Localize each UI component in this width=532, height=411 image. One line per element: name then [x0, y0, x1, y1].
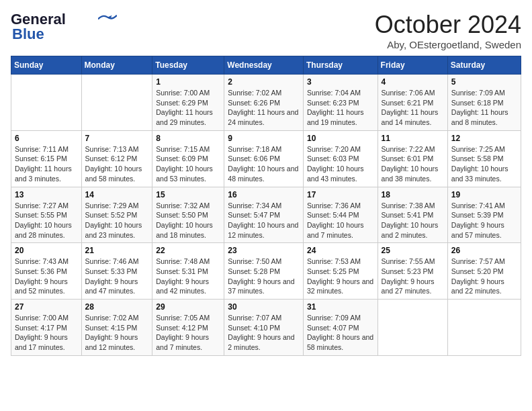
col-header-monday: Monday [81, 56, 152, 75]
day-info: Sunrise: 7:27 AMSunset: 5:55 PMDaylight:… [15, 201, 78, 240]
col-header-wednesday: Wednesday [224, 56, 304, 75]
day-cell: 7Sunrise: 7:13 AMSunset: 6:12 PMDaylight… [81, 130, 152, 187]
day-cell [447, 300, 521, 356]
day-number: 20 [15, 246, 78, 255]
day-number: 4 [382, 77, 444, 87]
day-info: Sunrise: 7:38 AMSunset: 5:41 PMDaylight:… [382, 201, 444, 240]
day-number: 14 [85, 190, 149, 199]
day-info: Sunrise: 7:46 AMSunset: 5:33 PMDaylight:… [85, 257, 149, 296]
day-number: 19 [451, 190, 517, 199]
day-number: 3 [307, 77, 374, 87]
day-number: 30 [228, 302, 300, 312]
day-info: Sunrise: 7:09 AMSunset: 6:18 PMDaylight:… [451, 88, 517, 128]
day-number: 11 [382, 134, 444, 143]
col-header-friday: Friday [378, 56, 447, 75]
day-cell: 30Sunrise: 7:07 AMSunset: 4:10 PMDayligh… [224, 300, 304, 356]
day-number: 16 [228, 190, 300, 199]
day-cell: 18Sunrise: 7:38 AMSunset: 5:41 PMDayligh… [378, 187, 447, 243]
day-info: Sunrise: 7:50 AMSunset: 5:28 PMDaylight:… [228, 257, 300, 296]
day-cell: 14Sunrise: 7:29 AMSunset: 5:52 PMDayligh… [81, 187, 152, 243]
calendar-table: SundayMondayTuesdayWednesdayThursdayFrid… [11, 56, 521, 356]
day-info: Sunrise: 7:06 AMSunset: 6:21 PMDaylight:… [382, 88, 444, 128]
day-info: Sunrise: 7:48 AMSunset: 5:31 PMDaylight:… [156, 257, 220, 296]
day-info: Sunrise: 7:02 AMSunset: 4:15 PMDaylight:… [85, 313, 149, 353]
header-row: SundayMondayTuesdayWednesdayThursdayFrid… [11, 56, 521, 75]
day-cell: 13Sunrise: 7:27 AMSunset: 5:55 PMDayligh… [11, 187, 82, 243]
day-info: Sunrise: 7:53 AMSunset: 5:25 PMDaylight:… [307, 257, 374, 296]
day-info: Sunrise: 7:34 AMSunset: 5:47 PMDaylight:… [228, 201, 300, 240]
day-number: 27 [15, 302, 78, 312]
day-info: Sunrise: 7:11 AMSunset: 6:15 PMDaylight:… [15, 144, 78, 184]
day-number: 5 [451, 77, 517, 87]
day-number: 12 [451, 134, 517, 143]
day-info: Sunrise: 7:41 AMSunset: 5:39 PMDaylight:… [451, 201, 517, 240]
day-cell: 8Sunrise: 7:15 AMSunset: 6:09 PMDaylight… [152, 130, 224, 187]
day-info: Sunrise: 7:25 AMSunset: 5:58 PMDaylight:… [451, 144, 517, 184]
title-area: October 2024 Aby, OEstergoetland, Sweden [375, 11, 521, 50]
day-info: Sunrise: 7:07 AMSunset: 4:10 PMDaylight:… [228, 313, 300, 353]
day-cell: 15Sunrise: 7:32 AMSunset: 5:50 PMDayligh… [152, 187, 224, 243]
day-info: Sunrise: 7:57 AMSunset: 5:20 PMDaylight:… [451, 257, 517, 296]
week-row-2: 6Sunrise: 7:11 AMSunset: 6:15 PMDaylight… [11, 130, 521, 187]
week-row-4: 20Sunrise: 7:43 AMSunset: 5:36 PMDayligh… [11, 243, 521, 300]
day-info: Sunrise: 7:29 AMSunset: 5:52 PMDaylight:… [85, 201, 149, 240]
week-row-1: 1Sunrise: 7:00 AMSunset: 6:29 PMDaylight… [11, 75, 521, 131]
day-cell: 21Sunrise: 7:46 AMSunset: 5:33 PMDayligh… [81, 243, 152, 300]
col-header-saturday: Saturday [447, 56, 521, 75]
day-cell: 27Sunrise: 7:00 AMSunset: 4:17 PMDayligh… [11, 300, 82, 356]
day-info: Sunrise: 7:05 AMSunset: 4:12 PMDaylight:… [156, 313, 220, 353]
day-number: 26 [451, 246, 517, 255]
logo-blue: Blue [12, 26, 44, 43]
day-cell: 10Sunrise: 7:20 AMSunset: 6:03 PMDayligh… [303, 130, 378, 187]
day-number: 8 [156, 134, 220, 143]
day-number: 22 [156, 246, 220, 255]
day-info: Sunrise: 7:09 AMSunset: 4:07 PMDaylight:… [307, 313, 374, 353]
day-cell [11, 75, 82, 131]
day-info: Sunrise: 7:20 AMSunset: 6:03 PMDaylight:… [307, 144, 374, 184]
logo-bird-icon [98, 14, 117, 24]
day-cell [81, 75, 152, 131]
day-info: Sunrise: 7:04 AMSunset: 6:23 PMDaylight:… [307, 88, 374, 128]
calendar-title: October 2024 [375, 11, 521, 39]
day-number: 23 [228, 246, 300, 255]
day-number: 18 [382, 190, 444, 199]
day-info: Sunrise: 7:32 AMSunset: 5:50 PMDaylight:… [156, 201, 220, 240]
day-cell: 6Sunrise: 7:11 AMSunset: 6:15 PMDaylight… [11, 130, 82, 187]
day-cell: 20Sunrise: 7:43 AMSunset: 5:36 PMDayligh… [11, 243, 82, 300]
week-row-3: 13Sunrise: 7:27 AMSunset: 5:55 PMDayligh… [11, 187, 521, 243]
col-header-thursday: Thursday [303, 56, 378, 75]
day-info: Sunrise: 7:55 AMSunset: 5:23 PMDaylight:… [382, 257, 444, 296]
header: General Blue October 2024 Aby, OEstergoe… [11, 11, 521, 50]
day-cell [378, 300, 447, 356]
day-info: Sunrise: 7:43 AMSunset: 5:36 PMDaylight:… [15, 257, 78, 296]
day-number: 28 [85, 302, 149, 312]
day-info: Sunrise: 7:22 AMSunset: 6:01 PMDaylight:… [382, 144, 444, 184]
day-number: 15 [156, 190, 220, 199]
day-number: 29 [156, 302, 220, 312]
day-cell: 17Sunrise: 7:36 AMSunset: 5:44 PMDayligh… [303, 187, 378, 243]
day-info: Sunrise: 7:18 AMSunset: 6:06 PMDaylight:… [228, 144, 300, 184]
day-number: 1 [156, 77, 220, 87]
day-number: 7 [85, 134, 149, 143]
day-cell: 26Sunrise: 7:57 AMSunset: 5:20 PMDayligh… [447, 243, 521, 300]
day-number: 9 [228, 134, 300, 143]
day-number: 24 [307, 246, 374, 255]
day-cell: 23Sunrise: 7:50 AMSunset: 5:28 PMDayligh… [224, 243, 304, 300]
day-cell: 28Sunrise: 7:02 AMSunset: 4:15 PMDayligh… [81, 300, 152, 356]
day-number: 13 [15, 190, 78, 199]
day-cell: 2Sunrise: 7:02 AMSunset: 6:26 PMDaylight… [224, 75, 304, 131]
day-number: 25 [382, 246, 444, 255]
day-info: Sunrise: 7:00 AMSunset: 6:29 PMDaylight:… [156, 88, 220, 128]
day-info: Sunrise: 7:36 AMSunset: 5:44 PMDaylight:… [307, 201, 374, 240]
day-info: Sunrise: 7:13 AMSunset: 6:12 PMDaylight:… [85, 144, 149, 184]
week-row-5: 27Sunrise: 7:00 AMSunset: 4:17 PMDayligh… [11, 300, 521, 356]
day-number: 2 [228, 77, 300, 87]
day-cell: 9Sunrise: 7:18 AMSunset: 6:06 PMDaylight… [224, 130, 304, 187]
day-number: 6 [15, 134, 78, 143]
day-cell: 12Sunrise: 7:25 AMSunset: 5:58 PMDayligh… [447, 130, 521, 187]
day-cell: 1Sunrise: 7:00 AMSunset: 6:29 PMDaylight… [152, 75, 224, 131]
day-cell: 19Sunrise: 7:41 AMSunset: 5:39 PMDayligh… [447, 187, 521, 243]
day-cell: 11Sunrise: 7:22 AMSunset: 6:01 PMDayligh… [378, 130, 447, 187]
day-cell: 16Sunrise: 7:34 AMSunset: 5:47 PMDayligh… [224, 187, 304, 243]
day-cell: 5Sunrise: 7:09 AMSunset: 6:18 PMDaylight… [447, 75, 521, 131]
